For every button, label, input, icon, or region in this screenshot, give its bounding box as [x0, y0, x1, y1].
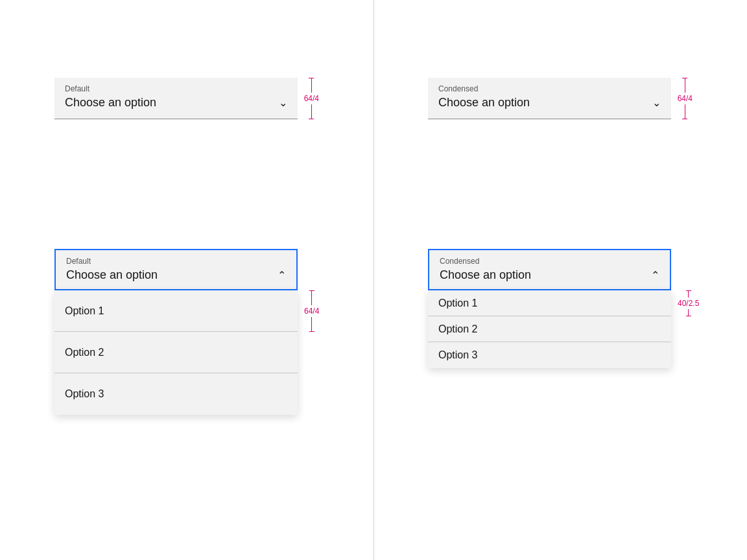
open-default-value-row: Choose an option ⌃ — [66, 268, 286, 282]
default-option-2[interactable]: Option 2 — [54, 332, 298, 373]
default-option-3[interactable]: Option 3 — [54, 373, 298, 415]
closed-default-chevron-down-icon: ⌄ — [279, 97, 287, 109]
open-condensed-value-row: Choose an option ⌃ — [440, 268, 659, 282]
closed-default-label: Default — [65, 84, 287, 93]
condensed-option-1[interactable]: Option 1 — [428, 290, 671, 316]
condensed-option-2[interactable]: Option 2 — [428, 316, 671, 342]
closed-default-select[interactable]: Default Choose an option ⌄ — [54, 78, 298, 119]
condensed-open-measure-label: 40/2.5 — [678, 298, 699, 309]
open-default-label: Default — [66, 257, 286, 266]
condensed-open-measure-line — [688, 291, 689, 298]
open-condensed-chevron-up-icon: ⌃ — [651, 269, 659, 281]
closed-default-wrapper: Default Choose an option ⌄ 64/4 — [54, 78, 319, 119]
closed-default-measure: 64/4 — [304, 78, 319, 119]
measure-line — [311, 78, 312, 93]
condensed-measure-tick-bottom — [682, 119, 687, 119]
open-condensed-select[interactable]: Condensed Choose an option ⌃ — [428, 249, 671, 290]
closed-condensed-measure: 64/4 — [678, 78, 693, 119]
open-condensed-label: Condensed — [440, 257, 659, 266]
measure-line-2 — [311, 104, 312, 119]
closed-default-value-row: Choose an option ⌄ — [65, 96, 287, 110]
closed-condensed-select[interactable]: Condensed Choose an option ⌄ — [428, 78, 671, 119]
closed-condensed-wrapper: Condensed Choose an option ⌄ 64/4 — [428, 78, 693, 119]
condensed-open-measure-line-2 — [688, 309, 689, 316]
open-measure-tick-bottom — [309, 331, 314, 332]
open-default-chevron-up-icon: ⌃ — [278, 269, 286, 281]
open-measure-line-2 — [311, 317, 312, 331]
condensed-measure-line-2 — [685, 104, 685, 119]
open-condensed-wrapper: Condensed Choose an option ⌃ Option 1 Op… — [428, 249, 693, 368]
closed-condensed-chevron-down-icon: ⌄ — [652, 97, 661, 109]
open-measure-label: 64/4 — [304, 305, 319, 317]
open-default-wrapper: Default Choose an option ⌃ Option 1 Opti… — [54, 249, 319, 415]
measure-label: 64/4 — [304, 93, 319, 104]
condensed-measure-line — [685, 78, 685, 93]
open-default-measure: 64/4 — [304, 290, 319, 332]
open-default-value: Choose an option — [66, 268, 158, 282]
condensed-dropdown-menu: Option 1 Option 2 Option 3 — [428, 290, 671, 368]
condensed-open-measure-tick-bottom — [686, 316, 691, 316]
open-condensed-measure: 40/2.5 — [678, 290, 699, 316]
closed-default-value: Choose an option — [65, 96, 156, 110]
open-condensed-column: Condensed Choose an option ⌃ Option 1 Op… — [428, 249, 671, 368]
closed-condensed-value-row: Choose an option ⌄ — [438, 96, 661, 110]
open-condensed-section: Condensed Choose an option ⌃ Option 1 Op… — [428, 249, 693, 368]
spacer-right — [428, 145, 693, 249]
default-dropdown-menu: Option 1 Option 2 Option 3 — [54, 290, 298, 415]
condensed-option-3[interactable]: Option 3 — [428, 342, 671, 368]
measure-tick-bottom — [309, 119, 314, 119]
spacer-left — [54, 145, 319, 249]
open-measure-line — [311, 291, 312, 305]
open-default-column: Default Choose an option ⌃ Option 1 Opti… — [54, 249, 298, 415]
closed-condensed-value: Choose an option — [438, 96, 530, 110]
open-condensed-value: Choose an option — [440, 268, 531, 282]
condensed-measure-label: 64/4 — [678, 93, 693, 104]
open-default-section: Default Choose an option ⌃ Option 1 Opti… — [54, 249, 319, 415]
closed-condensed-label: Condensed — [438, 84, 661, 93]
right-panel: Condensed Choose an option ⌄ 64/4 — [374, 0, 747, 560]
open-default-select[interactable]: Default Choose an option ⌃ — [54, 249, 298, 290]
default-option-1[interactable]: Option 1 — [54, 290, 298, 332]
left-panel: Default Choose an option ⌄ 64/4 — [0, 0, 374, 560]
